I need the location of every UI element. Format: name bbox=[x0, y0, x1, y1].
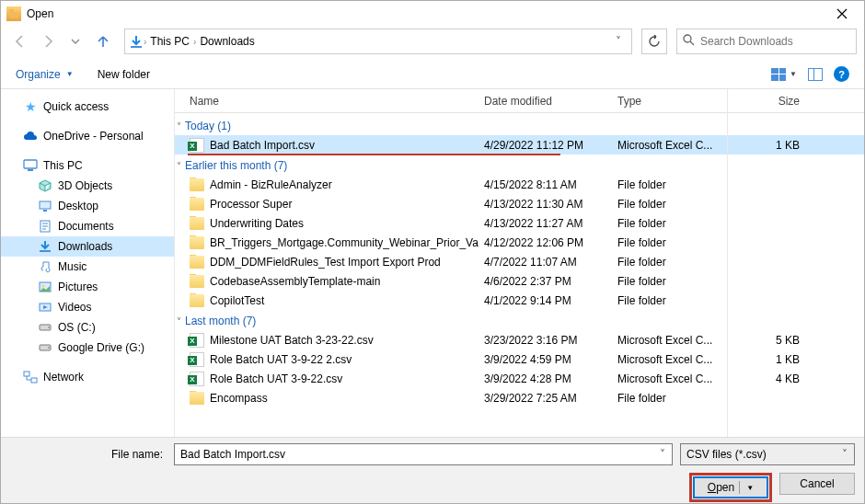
drive-icon bbox=[38, 320, 52, 335]
svg-rect-16 bbox=[31, 378, 37, 383]
file-type-filter[interactable]: CSV files (*.csv) ˅ bbox=[680, 443, 855, 465]
file-row[interactable]: CopilotTest4/1/2022 9:14 PMFile folder bbox=[175, 291, 864, 310]
sidebar-network[interactable]: Network bbox=[1, 367, 174, 387]
caret-down-icon: ▼ bbox=[66, 70, 74, 78]
sidebar-item[interactable]: 3D Objects bbox=[1, 176, 174, 196]
down-icon bbox=[38, 239, 52, 254]
music-icon bbox=[38, 259, 52, 274]
organize-button[interactable]: Organize ▼ bbox=[16, 68, 74, 81]
file-pane: Name Date modified Type Size ˅Today (1)B… bbox=[174, 89, 864, 437]
window-title: Open bbox=[27, 7, 825, 20]
chevron-down-icon: ˅ bbox=[177, 121, 181, 132]
preview-pane-icon bbox=[808, 68, 823, 81]
column-name[interactable]: Name bbox=[175, 95, 479, 108]
excel-icon bbox=[190, 352, 204, 367]
up-button[interactable] bbox=[91, 29, 115, 53]
address-dropdown-icon[interactable]: ˅ bbox=[609, 35, 628, 48]
close-button[interactable] bbox=[825, 3, 859, 25]
filename-input[interactable] bbox=[180, 448, 659, 461]
sidebar-quick-access[interactable]: ★ Quick access bbox=[1, 97, 174, 117]
search-icon bbox=[683, 34, 695, 49]
folder-icon bbox=[190, 178, 204, 191]
folder-icon bbox=[190, 256, 204, 269]
file-row[interactable]: Underwriting Dates4/13/2022 11:27 AMFile… bbox=[175, 213, 864, 233]
file-group-header[interactable]: ˅Today (1) bbox=[175, 115, 864, 135]
cube-icon bbox=[38, 178, 52, 193]
svg-rect-15 bbox=[24, 372, 29, 376]
caret-down-icon[interactable]: ˅ bbox=[659, 448, 666, 461]
breadcrumb-bar[interactable]: › This PC › Downloads ˅ bbox=[124, 29, 632, 54]
svg-rect-5 bbox=[40, 201, 51, 209]
recent-locations-button[interactable] bbox=[63, 29, 87, 53]
sidebar-item[interactable]: Documents bbox=[1, 216, 174, 236]
search-input[interactable] bbox=[700, 35, 850, 48]
file-row[interactable]: Role Batch UAT 3-9-22.csv3/9/2022 4:28 P… bbox=[175, 369, 864, 388]
preview-pane-button[interactable] bbox=[808, 68, 823, 81]
sidebar-item[interactable]: Videos bbox=[1, 297, 174, 317]
sidebar-item[interactable]: Downloads bbox=[1, 236, 174, 257]
file-row[interactable]: Processor Super4/13/2022 11:30 AMFile fo… bbox=[175, 194, 864, 213]
file-row[interactable]: CodebaseAssemblyTemplate-main4/6/2022 2:… bbox=[175, 271, 864, 291]
excel-icon bbox=[190, 138, 204, 153]
breadcrumb-downloads[interactable]: Downloads bbox=[196, 33, 258, 50]
file-row[interactable]: Encompass3/29/2022 7:25 AMFile folder bbox=[175, 388, 864, 407]
sidebar-onedrive[interactable]: OneDrive - Personal bbox=[1, 126, 174, 146]
title-bar: Open bbox=[1, 1, 864, 27]
pc-icon bbox=[23, 158, 38, 173]
caret-down-icon: ˅ bbox=[841, 448, 848, 461]
doc-icon bbox=[38, 219, 52, 234]
column-headers[interactable]: Name Date modified Type Size bbox=[175, 89, 864, 113]
cancel-button[interactable]: Cancel bbox=[779, 473, 855, 495]
column-type[interactable]: Type bbox=[612, 95, 741, 108]
star-icon: ★ bbox=[23, 99, 38, 114]
folder-icon bbox=[190, 275, 204, 288]
sidebar-item[interactable]: Desktop bbox=[1, 196, 174, 216]
folder-icon bbox=[190, 198, 204, 211]
filename-combo[interactable]: ˅ bbox=[174, 443, 673, 465]
svg-point-12 bbox=[48, 326, 50, 328]
column-size[interactable]: Size bbox=[741, 95, 805, 108]
open-button-highlight: Open ▼ bbox=[689, 473, 772, 502]
drive-icon bbox=[38, 340, 52, 355]
caret-down-icon: ▼ bbox=[790, 70, 797, 78]
sidebar-item[interactable]: OS (C:) bbox=[1, 317, 174, 338]
cloud-icon bbox=[23, 129, 38, 143]
file-list[interactable]: ˅Today (1)Bad Batch Import.csv4/29/2022 … bbox=[175, 113, 864, 437]
file-row[interactable]: Role Batch UAT 3-9-22 2.csv3/9/2022 4:59… bbox=[175, 349, 864, 369]
breadcrumb-this-pc[interactable]: This PC bbox=[146, 33, 193, 50]
svg-point-9 bbox=[42, 285, 45, 288]
new-folder-button[interactable]: New folder bbox=[98, 68, 150, 81]
svg-rect-0 bbox=[9, 12, 18, 18]
file-row[interactable]: DDM_DDMFieldRules_Test Import Export Pro… bbox=[175, 252, 864, 271]
file-row[interactable]: BR_Triggers_Mortgage.Community_Webinar_P… bbox=[175, 233, 864, 252]
open-button[interactable]: Open ▼ bbox=[693, 476, 768, 498]
app-icon bbox=[6, 6, 21, 21]
help-button[interactable]: ? bbox=[834, 66, 849, 82]
column-date[interactable]: Date modified bbox=[479, 95, 612, 108]
sidebar-item[interactable]: Google Drive (G:) bbox=[1, 338, 174, 358]
search-box[interactable] bbox=[676, 29, 857, 54]
folder-icon bbox=[190, 392, 204, 405]
folder-icon bbox=[190, 294, 204, 307]
caret-down-icon[interactable]: ▼ bbox=[746, 484, 754, 492]
navigation-bar: › This PC › Downloads ˅ bbox=[1, 27, 864, 60]
file-group-header[interactable]: ˅Last month (7) bbox=[175, 310, 864, 330]
view-grid-icon bbox=[771, 68, 786, 81]
forward-button[interactable] bbox=[36, 29, 60, 53]
back-button[interactable] bbox=[8, 29, 32, 53]
navigation-sidebar: ★ Quick access OneDrive - Personal This … bbox=[1, 89, 174, 437]
desktop-icon bbox=[38, 199, 52, 213]
file-row[interactable]: Admin - BizRuleAnalyzer4/15/2022 8:11 AM… bbox=[175, 175, 864, 194]
svg-rect-6 bbox=[43, 210, 47, 212]
sidebar-item[interactable]: Music bbox=[1, 257, 174, 277]
file-group-header[interactable]: ˅Earlier this month (7) bbox=[175, 155, 864, 175]
refresh-button[interactable] bbox=[641, 29, 667, 54]
svg-point-2 bbox=[684, 35, 691, 42]
view-mode-button[interactable]: ▼ bbox=[771, 68, 797, 81]
sidebar-this-pc[interactable]: This PC bbox=[1, 155, 174, 176]
downloads-location-icon bbox=[129, 34, 144, 49]
file-row[interactable]: Bad Batch Import.csv4/29/2022 11:12 PMMi… bbox=[175, 135, 864, 155]
folder-icon bbox=[190, 236, 204, 249]
sidebar-item[interactable]: Pictures bbox=[1, 277, 174, 297]
file-row[interactable]: Milestone UAT Batch 3-23-22.csv3/23/2022… bbox=[175, 330, 864, 349]
